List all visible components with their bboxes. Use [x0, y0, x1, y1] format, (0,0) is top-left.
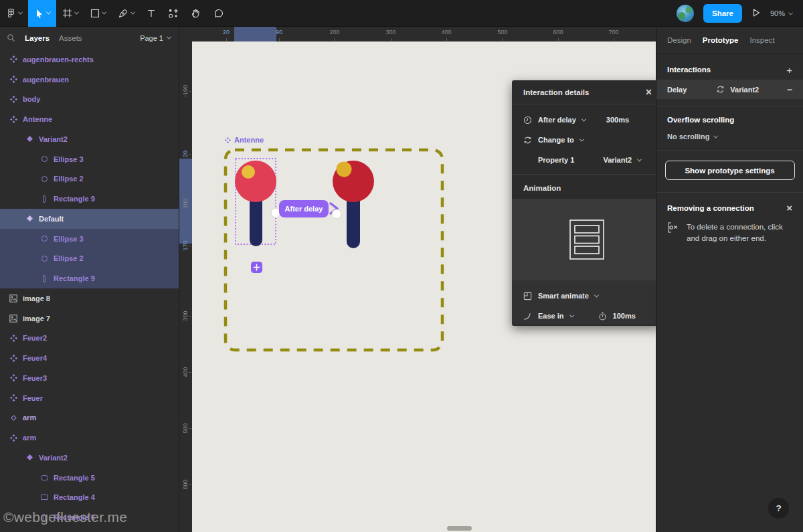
trigger-dropdown[interactable]: After delay — [538, 116, 576, 124]
property-value-dropdown[interactable]: Variant2 — [603, 156, 632, 164]
zoom-level: 90% — [770, 9, 785, 17]
layer-row[interactable]: Feuer4 — [0, 348, 179, 368]
frame-tool-button[interactable] — [56, 0, 84, 27]
tab-prototype[interactable]: Prototype — [703, 36, 739, 44]
interaction-details-header: Interaction details × — [512, 80, 661, 104]
layer-row[interactable]: Rectangle 5 — [0, 468, 179, 488]
property-label: Property 1 — [538, 156, 574, 164]
comment-tool-button[interactable] — [207, 0, 230, 27]
layer-row[interactable]: Ellipse 3 — [0, 149, 179, 169]
easing-row: Ease in 100ms — [512, 306, 661, 326]
comment-icon — [213, 8, 224, 19]
layer-label: Ellipse 2 — [54, 175, 84, 183]
connection-trigger-badge[interactable]: After delay — [279, 200, 329, 217]
layer-row[interactable]: Rectangle 6 — [0, 507, 179, 527]
close-icon[interactable]: × — [786, 202, 792, 213]
main-menu-button[interactable] — [0, 0, 28, 27]
overflow-scrolling-dropdown[interactable]: No scrolling — [667, 132, 792, 141]
close-icon[interactable]: × — [646, 87, 652, 98]
layer-row[interactable]: Antenne — [0, 109, 179, 129]
layer-row[interactable]: Rectangle 3 — [0, 527, 179, 532]
pen-tool-button[interactable] — [112, 0, 141, 27]
tip-body: To delete a connection, click and drag o… — [656, 213, 803, 244]
rounded-icon — [40, 474, 48, 482]
present-button[interactable] — [751, 8, 761, 19]
layer-row[interactable]: arm — [0, 428, 179, 448]
page-selector[interactable]: Page 1 — [140, 34, 171, 42]
layer-row[interactable]: Rectangle 4 — [0, 488, 179, 508]
duration-value[interactable]: 100ms — [613, 312, 636, 320]
layer-row[interactable]: image 8 — [0, 288, 179, 308]
chevron-down-icon — [46, 10, 51, 15]
add-interaction-button[interactable]: + — [786, 64, 792, 76]
antenna-highlight-variant2[interactable] — [337, 162, 352, 177]
share-button[interactable]: Share — [703, 4, 742, 23]
horizontal-scrollbar[interactable] — [447, 526, 472, 531]
toolbar-right: Share 90% — [677, 0, 803, 27]
ruler-tick-label: 600 — [553, 29, 563, 35]
layer-row[interactable]: augenbrauen — [0, 70, 179, 90]
layer-row[interactable]: Rectangle 9 — [0, 189, 179, 209]
search-icon[interactable] — [7, 33, 15, 42]
connection-handle-end[interactable] — [332, 209, 341, 219]
layer-row[interactable]: Variant2 — [0, 129, 179, 149]
layer-row[interactable]: Default — [0, 209, 179, 229]
ruler-tick-mark — [189, 484, 191, 485]
trigger-delay-value[interactable]: 300ms — [606, 116, 629, 124]
show-prototype-settings-button[interactable]: Show prototype settings — [665, 161, 795, 180]
component-icon — [9, 334, 17, 342]
variant-icon — [25, 215, 33, 223]
remove-interaction-button[interactable]: − — [787, 84, 792, 95]
ruler-tick-mark — [503, 38, 503, 41]
antenna-head-default[interactable] — [235, 161, 276, 202]
move-tool-button[interactable] — [28, 0, 56, 27]
chevron-down-icon[interactable] — [594, 292, 599, 297]
layer-row[interactable]: Feuer2 — [0, 329, 179, 349]
tab-assets[interactable]: Assets — [59, 34, 82, 42]
layer-row[interactable]: Variant2 — [0, 448, 179, 468]
layer-label: augenbrauen-rechts — [23, 56, 94, 64]
layer-row[interactable]: Ellipse 2 — [0, 169, 179, 189]
chevron-down-icon[interactable] — [637, 157, 642, 161]
antenna-highlight-default[interactable] — [242, 165, 255, 179]
easing-dropdown[interactable]: Ease in — [538, 312, 564, 320]
animation-type-dropdown[interactable]: Smart animate — [538, 292, 589, 300]
interaction-list-row[interactable]: Delay Variant2 − — [656, 80, 803, 99]
chevron-down-icon[interactable] — [569, 313, 573, 317]
ruler-tick-label: 200 — [329, 29, 339, 35]
action-dropdown[interactable]: Change to — [538, 136, 574, 144]
layer-row[interactable]: image 7 — [0, 308, 179, 329]
text-tool-button[interactable] — [141, 0, 162, 27]
component-icon — [9, 394, 17, 402]
shape-tool-button[interactable] — [84, 0, 112, 27]
chevron-down-icon[interactable] — [582, 116, 586, 121]
ruler-tick-mark — [189, 372, 191, 373]
help-button[interactable]: ? — [768, 498, 789, 519]
layer-row[interactable]: Feuer3 — [0, 368, 179, 388]
layer-list: augenbrauen-rechtsaugenbrauenbodyAntenne… — [0, 50, 179, 532]
layer-label: body — [23, 95, 40, 103]
layer-row[interactable]: Ellipse 2 — [0, 249, 179, 269]
ruler-tick-label: 300 — [385, 29, 395, 35]
ruler-tick-mark — [189, 246, 191, 246]
layer-row[interactable]: Ellipse 3 — [0, 229, 179, 249]
tab-design[interactable]: Design — [667, 36, 691, 44]
swap-icon — [716, 85, 725, 94]
layer-row[interactable]: body — [0, 90, 179, 110]
component-set-label[interactable]: Antenne — [225, 136, 264, 144]
layer-row[interactable]: augenbrauen-rechts — [0, 50, 179, 70]
user-avatar[interactable] — [677, 5, 694, 22]
layer-row[interactable]: Rectangle 9 — [0, 268, 179, 288]
zoom-control[interactable]: 90% — [770, 9, 792, 17]
tab-layers[interactable]: Layers — [25, 34, 50, 42]
smart-animate-icon — [523, 292, 532, 300]
canvas[interactable]: Antenne After delay 20902003004005006007… — [179, 27, 656, 532]
tab-inspect[interactable]: Inspect — [749, 36, 774, 44]
resources-tool-button[interactable] — [162, 0, 185, 27]
ruler-tick-mark — [226, 38, 227, 41]
layer-row[interactable]: arm — [0, 408, 179, 428]
hand-tool-button[interactable] — [185, 0, 207, 27]
layer-row[interactable]: Feuer — [0, 388, 179, 408]
chevron-down-icon[interactable] — [579, 137, 584, 141]
rect-icon — [40, 493, 48, 501]
